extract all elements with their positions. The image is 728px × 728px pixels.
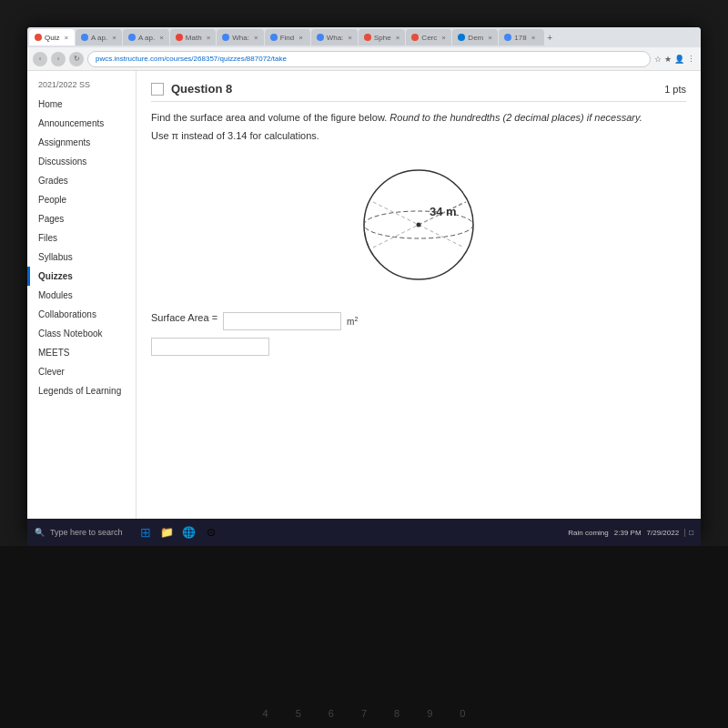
keyboard-hint: 4 5 6 7 8 9 0	[0, 708, 728, 719]
surface-area-input[interactable]	[223, 312, 341, 330]
tab-wha2[interactable]: Wha: ×	[311, 29, 358, 46]
tab-aap2[interactable]: A ap. ×	[123, 29, 169, 46]
tab-close-icon[interactable]: ×	[64, 34, 68, 42]
taskbar-icons: ⊞ 📁 🌐 ⊙	[137, 524, 219, 541]
surface-area-label: Surface Area =	[151, 312, 217, 323]
tab-close-icon[interactable]: ×	[488, 34, 492, 42]
sidebar-item-clever[interactable]: Clever	[27, 362, 136, 381]
taskbar-right: Rain coming 2:39 PM 7/29/2022 □	[568, 529, 693, 537]
taskbar-search-label[interactable]: Type here to search	[50, 528, 123, 537]
tab-close-icon[interactable]: ×	[348, 34, 352, 42]
taskbar-explorer-icon[interactable]: 📁	[159, 524, 176, 541]
question-number: Question 8	[171, 82, 232, 96]
sidebar-item-files[interactable]: Files	[27, 228, 136, 248]
sidebar-year: 2021/2022 SS	[27, 78, 136, 95]
forward-button[interactable]: ›	[51, 52, 66, 66]
sidebar-item-collaborations[interactable]: Collaborations	[27, 305, 136, 324]
browser-icons: ☆ ★ 👤 ⋮	[654, 55, 695, 64]
sidebar-item-legends[interactable]: Legends of Learning	[27, 381, 136, 400]
question-italic-note: Round to the hundredths (2 decimal place…	[389, 112, 642, 123]
extension-icon[interactable]: ★	[664, 55, 672, 64]
question-instruction: Find the surface area and volume of the …	[151, 111, 686, 125]
bookmark-icon[interactable]: ☆	[654, 55, 662, 64]
url-text: pwcs.instructure.com/courses/268357/quiz…	[96, 55, 287, 63]
sidebar-item-pages[interactable]: Pages	[27, 209, 136, 228]
tab-close-icon[interactable]: ×	[112, 34, 116, 42]
taskbar: 🔍 Type here to search ⊞ 📁 🌐 ⊙ Rain comin…	[27, 519, 701, 546]
search-icon: 🔍	[35, 528, 45, 537]
tab-close-icon[interactable]: ×	[441, 34, 446, 42]
sidebar-item-discussions[interactable]: Discussions	[27, 152, 136, 171]
sidebar-item-people[interactable]: People	[27, 190, 136, 209]
tab-close-icon[interactable]: ×	[396, 34, 400, 42]
sidebar-item-announcements[interactable]: Announcements	[27, 114, 136, 133]
browser-tabs: Quiz × A ap. × A ap. × Math × Wha: × Fin…	[27, 27, 701, 47]
tab-close-icon[interactable]: ×	[254, 34, 258, 42]
tab-close-icon[interactable]: ×	[159, 34, 164, 42]
volume-input[interactable]	[151, 338, 269, 356]
tab-find[interactable]: Find ×	[265, 29, 310, 46]
tab-cerc[interactable]: Cerc ×	[406, 29, 451, 46]
sidebar-item-assignments[interactable]: Assignments	[27, 133, 136, 152]
tab-aap1[interactable]: A ap. ×	[76, 29, 122, 46]
browser-bar: ‹ › ↻ pwcs.instructure.com/courses/26835…	[27, 47, 701, 71]
browser-window: Quiz × A ap. × A ap. × Math × Wha: × Fin…	[27, 27, 701, 537]
tab-quiz[interactable]: Quiz ×	[29, 29, 75, 46]
question-points: 1 pts	[664, 84, 686, 95]
surface-area-unit: m2	[347, 316, 358, 327]
taskbar-windows-icon[interactable]: ⊞	[137, 524, 154, 541]
svg-point-5	[417, 223, 421, 228]
tab-wha1[interactable]: Wha: ×	[217, 29, 263, 46]
question-checkbox[interactable]	[151, 83, 164, 96]
volume-row	[151, 338, 686, 356]
question-header: Question 8 1 pts	[151, 82, 686, 102]
sidebar-item-meets[interactable]: MEETS	[27, 343, 136, 362]
taskbar-edge-icon[interactable]: 🌐	[181, 524, 197, 541]
tab-close-icon[interactable]: ×	[207, 34, 211, 42]
tab-math[interactable]: Math ×	[170, 29, 216, 46]
sphere-figure: 34 m	[346, 152, 491, 298]
sidebar-item-syllabus[interactable]: Syllabus	[27, 248, 136, 267]
svg-text:34 m: 34 m	[430, 205, 457, 218]
question-pi-note: Use π instead of 3.14 for calculations.	[151, 130, 686, 141]
reload-button[interactable]: ↻	[69, 52, 84, 66]
sidebar: 2021/2022 SS Home Announcements Assignme…	[27, 71, 136, 537]
tab-178[interactable]: 178 ×	[499, 29, 544, 46]
sidebar-item-modules[interactable]: Modules	[27, 286, 136, 305]
taskbar-chrome-icon[interactable]: ⊙	[203, 524, 219, 541]
taskbar-date: 7/29/2022	[647, 529, 680, 537]
quiz-area: Question 8 1 pts Find the surface area a…	[136, 71, 701, 537]
tab-dem[interactable]: Dem ×	[452, 29, 498, 46]
profile-icon[interactable]: 👤	[674, 55, 684, 64]
sidebar-item-grades[interactable]: Grades	[27, 171, 136, 190]
url-bar[interactable]: pwcs.instructure.com/courses/268357/quiz…	[87, 51, 651, 67]
tab-sphe[interactable]: Sphe ×	[359, 29, 405, 46]
surface-area-row: Surface Area = m2	[151, 312, 686, 330]
figure-container: 34 m	[151, 152, 686, 298]
sidebar-item-quizzes[interactable]: Quizzes	[27, 267, 136, 286]
show-desktop-icon[interactable]: □	[684, 529, 693, 537]
laptop-base: 4 5 6 7 8 9 0	[0, 546, 728, 728]
back-button[interactable]: ‹	[33, 52, 47, 66]
sidebar-item-class-notebook[interactable]: Class Notebook	[27, 324, 136, 343]
answer-section: Surface Area = m2	[151, 312, 686, 356]
menu-icon[interactable]: ⋮	[687, 55, 695, 64]
new-tab-button[interactable]: +	[547, 33, 552, 43]
content-area: 2021/2022 SS Home Announcements Assignme…	[27, 71, 701, 537]
sidebar-item-home[interactable]: Home	[27, 95, 136, 114]
tab-close-icon[interactable]: ×	[531, 34, 536, 42]
weather-label: Rain coming	[568, 529, 608, 537]
tab-close-icon[interactable]: ×	[298, 34, 303, 42]
taskbar-time: 2:39 PM	[614, 529, 642, 537]
